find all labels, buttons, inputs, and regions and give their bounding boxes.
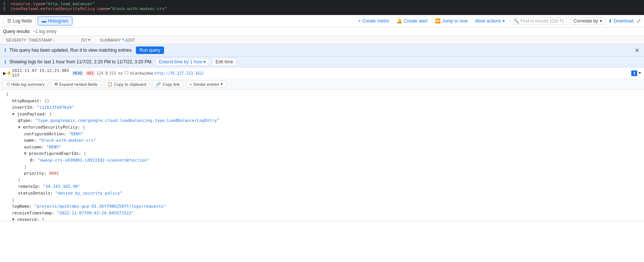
col-summary-label: SUMMARY [100,38,121,42]
more-actions-link[interactable]: More actions ▾ [473,17,507,25]
search-icon: 🔍 [513,18,519,24]
log-timestamp: 2022-11-07 15:12:23.085 IST [12,68,70,78]
expand-nested-button[interactable]: ⊞ Expand nested fields [51,81,101,88]
query-text-2[interactable]: jsonPayload.enforcedSecurityPolicy.name=… [11,6,167,11]
log-url: http://35.227.223.162/ [155,71,204,75]
close-banner-button[interactable]: ✕ [635,47,639,54]
results-title: Query results [3,29,30,34]
copy-icon: 📋 [107,82,113,87]
column-headers: SEVERITY TIMESTAMP ↑ IST ▾ SUMMARY ✎ EDI… [0,36,644,44]
log-line-enforced-close: } [6,177,638,184]
log-line-preconfigured-open: ▼ preconfiguredExprIds: [ [6,150,638,157]
col-severity[interactable]: SEVERITY [3,37,26,43]
histogram-label: Histogram [48,18,68,24]
create-alert-link[interactable]: 🔔 Create alert [394,17,430,25]
find-in-results-box[interactable]: 🔍 Find in results (Ctrl F) [510,17,567,25]
log-line-jsonpayload-open: ▼ jsonPayload: { [6,111,638,118]
correlate-chevron-icon: ▾ [600,18,602,24]
create-metric-label: Create metric [362,18,389,24]
jump-to-now-label: Jump to now [442,18,468,24]
correlate-label: Correlate by [573,18,598,24]
log-line-insertid: insertId: "i11613fe076y9" [6,104,638,111]
histogram-icon: ▬ [42,18,46,24]
query-line-1: 1 resource.type="http_load_balancer" [0,1,644,6]
col-timestamp[interactable]: TIMESTAMP ↑ [26,37,78,43]
similar-entries-label: Similar entries [193,82,220,87]
log-row-actions: ⬆ ▾ [631,70,641,76]
expand-icon[interactable]: ⤢ [636,18,641,24]
create-metric-link[interactable]: + Create metric [356,17,391,25]
edit-icon[interactable]: ✎ [122,37,125,42]
log-line-name: name: "block-with-modsec-crs" [6,137,638,144]
log-line-priority: priority: 9002 [6,170,638,177]
col-timestamp-label: TIMESTAMP [29,38,52,42]
jump-to-now-link[interactable]: ⏩ Jump to now [433,17,470,25]
similar-entries-button[interactable]: ≈ Similar entries ▾ [186,81,227,88]
hide-log-summary-label: Hide log summary [11,82,45,87]
extend-chevron-icon: ▾ [203,59,206,64]
log-line-preconfigured-close: ] [6,164,638,171]
run-query-button[interactable]: Run query [136,46,164,54]
log-line-expr-0: 0: "owasp-crs-v030001-id913102-scannerde… [6,157,638,164]
create-alert-label: Create alert [404,18,427,24]
jump-icon: ⏩ [435,18,441,24]
main-toolbar: ☰ Log fields ▬ Histogram + Create metric… [0,15,644,27]
info-icon: ℹ [5,48,6,53]
copy-link-label: Copy link [163,82,179,87]
create-alert-icon: 🔔 [397,18,402,24]
toolbar-right: + Create metric 🔔 Create alert ⏩ Jump to… [356,17,641,25]
download-button[interactable]: ⬇ Download [608,18,633,24]
warning-dot [8,72,11,75]
log-fields-tab[interactable]: ☰ Log fields [3,16,36,25]
line-num-2: 2 [3,6,11,11]
col-ist-label: IST [81,38,87,42]
col-ist[interactable]: IST ▾ [78,37,97,43]
log-detail-panel: ◻ Hide log summary ⊞ Expand nested field… [0,79,644,221]
query-text-1[interactable]: resource.type="http_load_balancer" [11,1,95,6]
log-entry-row[interactable]: ▶ 2022-11-07 15:12:23.085 IST HEAD 403 1… [0,67,644,79]
extend-time-button[interactable]: Extend time by 1 hour ▾ [156,58,209,66]
severity-indicator: ▶ [3,71,6,76]
toolbar-left: ☰ Log fields ▬ Histogram [3,16,72,25]
find-placeholder: Find in results (Ctrl F) [521,18,564,24]
log-origin: blackwidow [130,71,153,75]
http-method-badge: HEAD [72,71,84,76]
log-detail-toolbar: ◻ Hide log summary ⊞ Expand nested field… [0,79,644,90]
col-edit-label: EDIT [126,38,135,42]
link-icon: 🔗 [156,82,161,87]
sort-icon: ↑ [53,38,55,42]
log-content: { httpRequest: {} insertId: "i11613fe076… [0,90,644,221]
results-header: Query results ~1 log entry [0,27,644,36]
log-line-resource-open: ▼ resource: { [6,216,638,221]
log-line-logname: logName: "projects/qwiklabs-gcp-01-36f79… [6,203,638,210]
more-actions-chevron-icon: ▾ [503,18,505,24]
col-summary[interactable]: SUMMARY ✎ EDIT [97,37,641,43]
query-updated-banner: ℹ This query has been updated. Run it to… [0,44,644,57]
query-area: 1 resource.type="http_load_balancer" 2 j… [0,0,644,15]
log-latency: 315 ms [109,71,123,75]
log-row-action-btn[interactable]: ⬆ [631,70,637,76]
download-label: Download [614,18,633,24]
expand-nested-icon: ⊞ [54,82,58,87]
log-line-receivets: receiveTimestamp: "2022-11-07T09:42:24.0… [6,210,638,217]
http-status-badge: 403 [85,71,95,76]
create-metric-icon: + [358,18,361,24]
copy-link-button[interactable]: 🔗 Copy link [152,81,183,88]
edit-time-button[interactable]: Edit time [212,58,236,66]
log-size: 124 B [96,71,108,75]
log-line-bracket-open: { [6,91,638,98]
similar-chevron-icon: ▾ [221,82,223,87]
line-num-1: 1 [3,1,11,6]
ist-chevron-icon: ▾ [88,37,90,42]
download-icon: ⬇ [608,18,612,24]
showing-logs-banner: ℹ Showing logs for last 1 hour from 11/7… [0,57,644,67]
log-line-outcome: outcome: "DENY" [6,144,638,151]
log-row-expand-icon[interactable]: ▾ [639,70,641,76]
log-line-jsonpayload-close: } [6,197,638,204]
copy-clipboard-button[interactable]: 📋 Copy to clipboard [104,81,150,88]
copy-clipboard-label: Copy to clipboard [114,82,146,87]
expand-nested-label: Expand nested fields [59,82,98,87]
hide-log-summary-button[interactable]: ◻ Hide log summary [3,81,48,88]
histogram-tab[interactable]: ▬ Histogram [38,16,72,25]
correlate-by-button[interactable]: Correlate by ▾ [570,17,605,25]
